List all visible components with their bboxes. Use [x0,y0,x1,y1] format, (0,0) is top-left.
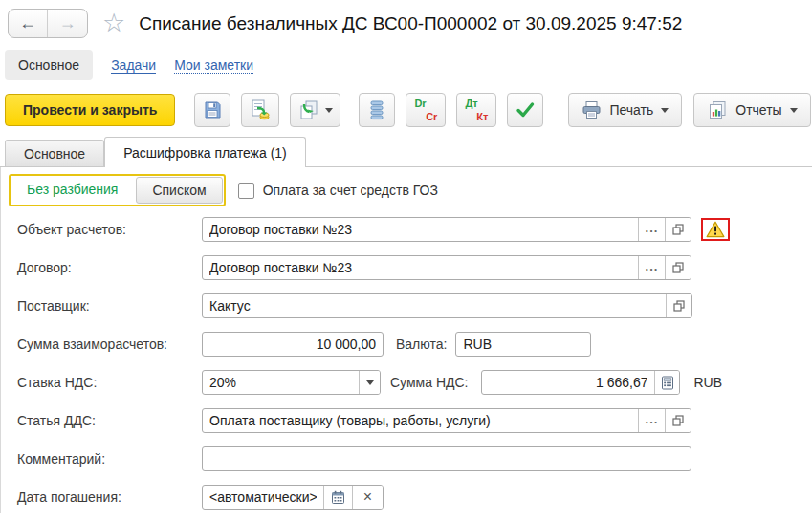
forward-arrow-icon: → [59,13,77,33]
show-in-list-button[interactable] [359,93,395,127]
history-nav: ← → [8,9,88,38]
window-header: ← → ☆ Списание безналичных ДС ВС00-П0000… [0,0,812,40]
reports-button[interactable]: Отчеты [693,93,810,127]
print-icon [582,100,602,119]
due-date-row: Дата погашения: [9,485,812,510]
amount-row: Сумма взаиморасчетов: Валюта: [9,332,812,357]
toggle-no-split[interactable]: Без разбиения [11,177,133,204]
cashflow-item-input[interactable] [203,409,638,432]
favorite-star-icon[interactable]: ☆ [102,11,125,36]
due-date-input[interactable] [203,486,323,509]
create-based-on-button[interactable] [290,93,340,127]
goz-checkbox-label: Оплата за счет средств ГОЗ [263,183,438,198]
open-icon [672,299,686,313]
vat-rate-dropdown-button[interactable] [359,371,380,394]
section-nav: Основное Задачи Мои заметки [0,49,812,81]
cashflow-item-field: ... [202,408,691,433]
cashflow-item-select-button[interactable]: ... [638,409,665,432]
document-tabbar: Основное Расшифровка платежа (1) [0,137,812,167]
cashflow-item-label: Статья ДДС: [9,413,202,428]
breakdown-mode-row: Без разбиения Списком Оплата за счет сре… [9,174,812,206]
due-date-label: Дата погашения: [9,489,202,505]
print-button-label: Печать [609,102,653,118]
forward-button[interactable]: → [48,10,87,37]
comment-input[interactable] [203,447,691,470]
vat-amount-currency: RUB [693,375,722,390]
currency-input[interactable] [456,333,590,356]
contract-label: Договор: [9,260,202,275]
dropdown-caret-icon [325,108,333,113]
page-title: Списание безналичных ДС ВС00-П000002 от … [139,13,682,34]
goz-checkbox-wrap[interactable]: Оплата за счет средств ГОЗ [238,183,438,199]
supplier-row: Поставщик: [9,293,812,318]
contract-open-button[interactable] [665,256,691,279]
nav-item-main[interactable]: Основное [5,50,93,80]
cashflow-item-open-button[interactable] [665,409,691,432]
dr-cr-icon: DrCr [413,98,438,121]
vat-amount-calc-button[interactable] [654,371,679,394]
vat-amount-label: Сумма НДС: [390,375,468,390]
supplier-field [202,293,692,318]
supplier-input[interactable] [203,294,666,317]
check-icon [515,100,536,119]
post-document-button[interactable] [241,93,279,127]
vat-rate-input[interactable] [203,371,359,394]
tab-payment-breakdown[interactable]: Расшифровка платежа (1) [104,137,306,167]
open-icon [671,261,685,274]
settlement-object-input[interactable] [203,218,638,241]
vat-amount-field [481,370,680,395]
calculator-icon [661,376,674,390]
contract-input[interactable] [203,256,638,279]
create-based-on-icon [297,98,320,121]
back-arrow-icon: ← [19,13,36,33]
vat-rate-label: Ставка НДС: [9,375,202,390]
settlement-object-row: Объект расчетов: ... [9,217,812,242]
payment-breakdown-pane: Без разбиения Списком Оплата за счет сре… [0,167,812,513]
comment-field [202,446,691,471]
open-icon [671,414,685,427]
supplier-label: Поставщик: [9,298,202,314]
amount-input[interactable] [203,333,383,356]
comment-label: Комментарий: [9,451,202,467]
clear-icon: × [363,488,372,506]
vat-row: Ставка НДС: Сумма НДС: [9,370,812,395]
calendar-icon [331,490,345,505]
save-button[interactable] [194,93,230,127]
warning-highlight-box[interactable] [701,218,730,241]
dropdown-caret-icon [661,108,669,113]
open-icon [671,223,685,236]
confirm-button[interactable] [507,93,543,127]
tab-main[interactable]: Основное [5,140,104,166]
goz-checkbox[interactable] [238,183,254,199]
currency-label: Валюта: [396,336,447,352]
reports-button-label: Отчеты [735,102,781,118]
toggle-as-list[interactable]: Списком [136,177,222,204]
contract-row: Договор: ... [9,255,812,280]
post-document-icon [249,98,272,121]
due-date-clear-button[interactable]: × [352,486,383,509]
settlement-object-select-button[interactable]: ... [638,218,665,241]
print-button[interactable]: Печать [568,93,682,127]
comment-row: Комментарий: [9,446,812,471]
save-icon [202,99,223,120]
vat-rate-field [202,370,381,395]
contract-select-button[interactable]: ... [638,256,665,279]
vat-amount-input[interactable] [482,371,654,394]
nav-item-tasks[interactable]: Задачи [111,57,156,74]
settlement-object-open-button[interactable] [665,218,691,241]
reports-icon [707,99,728,120]
contract-field: ... [202,255,691,280]
post-and-close-button[interactable]: Провести и закрыть [5,94,175,126]
breakdown-mode-toggle: Без разбиения Списком [9,174,226,206]
due-date-calendar-button[interactable] [323,486,352,509]
dr-cr-postings-button[interactable]: DrCr [406,93,446,127]
show-in-list-icon [367,99,386,120]
dropdown-caret-icon [366,380,374,385]
amount-field [202,332,384,357]
dt-kt-postings-button[interactable]: ДтКт [456,93,496,127]
nav-item-notes[interactable]: Мои заметки [174,57,253,74]
cashflow-item-row: Статья ДДС: ... [9,408,812,433]
command-toolbar: Провести и закрыть [0,92,812,128]
back-button[interactable]: ← [9,10,48,37]
supplier-open-button[interactable] [666,294,691,317]
